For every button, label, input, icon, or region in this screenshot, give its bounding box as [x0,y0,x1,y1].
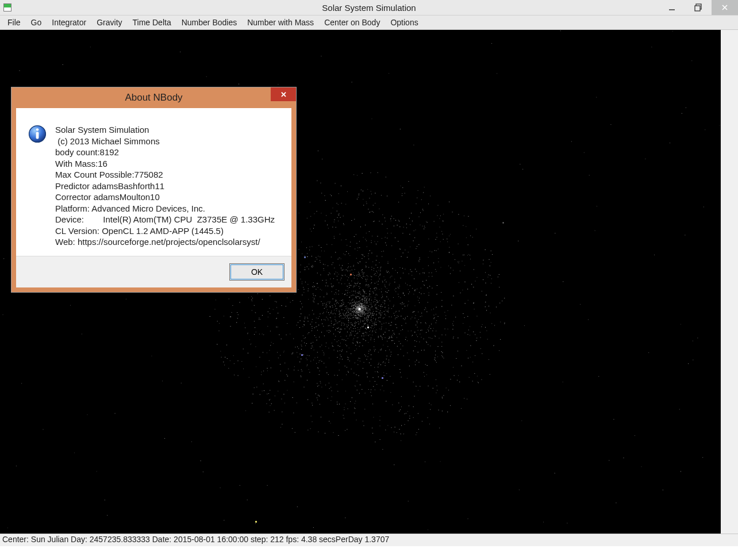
menu-gravity[interactable]: Gravity [91,17,127,28]
close-icon: ✕ [280,90,287,99]
about-line-cl-version: CL Version: OpenCL 1.2 AMD-APP (1445.5) [55,225,280,237]
status-text: Center: Sun Julian Day: 2457235.833333 D… [2,535,389,544]
menu-number-with-mass[interactable]: Number with Mass [242,17,319,28]
dialog-title: About NBody [125,92,182,103]
window-controls [659,0,738,15]
about-line-max-count: Max Count Possible:775082 [55,169,280,181]
menu-file[interactable]: File [2,17,26,28]
ok-button[interactable]: OK [229,263,285,281]
dialog-body: Solar System Simulation (c) 2013 Michael… [16,108,291,256]
about-line-body-count: body count:8192 [55,147,280,158]
menu-go[interactable]: Go [26,17,47,28]
about-dialog: About NBody ✕ [11,87,297,293]
dialog-text: Solar System Simulation (c) 2013 Michael… [55,124,280,248]
status-bar: Center: Sun Julian Day: 2457235.833333 D… [0,534,738,546]
about-line-device: Device: Intel(R) Atom(TM) CPU Z3735E @ 1… [55,214,280,225]
window-titlebar: Solar System Simulation [0,0,738,16]
window-title: Solar System Simulation [0,3,738,13]
dialog-button-row: OK [16,256,291,287]
close-button[interactable] [712,0,738,15]
maximize-button[interactable] [685,0,712,15]
about-line-copyright: (c) 2013 Michael Simmons [55,136,280,147]
dialog-close-button[interactable]: ✕ [271,87,296,101]
about-line-platform: Platform: Advanced Micro Devices, Inc. [55,203,280,214]
menu-number-bodies[interactable]: Number Bodies [176,17,243,28]
dialog-frame: Solar System Simulation (c) 2013 Michael… [11,108,296,292]
menu-time-delta[interactable]: Time Delta [128,17,176,28]
minimize-button[interactable] [659,0,685,15]
svg-rect-2 [695,6,700,11]
about-line-app: Solar System Simulation [55,124,280,136]
dialog-titlebar[interactable]: About NBody ✕ [11,87,296,108]
info-icon [28,124,47,144]
menu-center-on-body[interactable]: Center on Body [319,17,385,28]
maximize-icon [694,3,702,11]
about-line-corrector: Corrector adamsMoulton10 [55,191,280,203]
svg-rect-7 [36,132,39,139]
about-line-web: Web: https://sourceforge.net/projects/op… [55,236,280,248]
minimize-icon [668,3,676,11]
about-line-predictor: Predictor adamsBashforth11 [55,181,280,192]
about-line-with-mass: With Mass:16 [55,158,280,170]
close-icon [721,3,729,11]
svg-point-6 [36,128,39,131]
menu-options[interactable]: Options [385,17,423,28]
vertical-scrollbar[interactable] [721,30,738,534]
menu-integrator[interactable]: Integrator [47,17,91,28]
menubar: File Go Integrator Gravity Time Delta Nu… [0,16,738,30]
